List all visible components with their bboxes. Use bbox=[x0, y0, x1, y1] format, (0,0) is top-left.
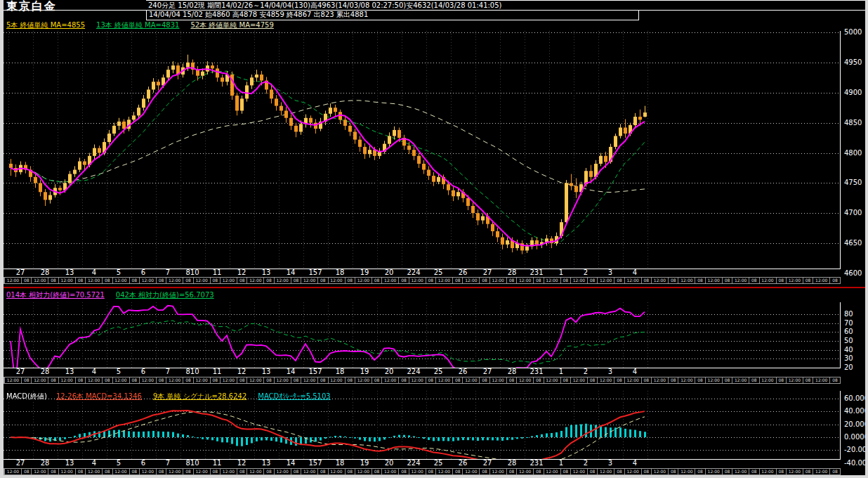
time-axis-cell: 08 bbox=[749, 469, 758, 474]
time-axis-cell: 08 bbox=[371, 278, 381, 283]
time-axis-cell: 12:00 bbox=[31, 278, 48, 283]
time-axis-cell: 12:00 bbox=[651, 469, 668, 474]
ma13-legend[interactable]: 13本 終値単純 MA=4831 bbox=[96, 21, 179, 29]
time-strip-macd: 12:000812:000812:000812:000812:000812:00… bbox=[4, 468, 841, 475]
x-axis-day-label: 2 bbox=[577, 368, 595, 375]
x-axis-day-label: 3 bbox=[601, 368, 619, 375]
rsi-axis-tick: 80 bbox=[844, 310, 853, 318]
x-axis-day-label: 25 bbox=[429, 269, 447, 276]
time-axis-cell: 08 bbox=[263, 377, 273, 383]
time-axis-cell: 12:00 bbox=[624, 278, 641, 283]
x-axis-day-label: 5 bbox=[110, 269, 128, 276]
x-axis-day-label: 157 bbox=[306, 368, 324, 375]
x-axis-day-label: 12 bbox=[232, 460, 251, 467]
time-axis-cell: 12:00 bbox=[220, 278, 237, 283]
time-axis-cell: 12:00 bbox=[516, 278, 533, 283]
rsi-legend-row: 014本 相対力(終値)=70.5721042本 相対力(終値)=56.7073 bbox=[6, 290, 225, 299]
x-axis-day-label: 28 bbox=[36, 368, 54, 375]
x-axis-day-label: 11 bbox=[208, 269, 226, 276]
time-axis-cell: 08 bbox=[102, 469, 112, 474]
time-axis-cell: 08 bbox=[560, 469, 570, 474]
price-axis-tick: 4650 bbox=[844, 239, 862, 247]
price-axis-tick: 4750 bbox=[844, 179, 862, 186]
x-axis-day-label: 20 bbox=[380, 269, 398, 276]
ma52-legend[interactable]: 52本 終値単純 MA=4759 bbox=[190, 21, 273, 29]
chart-app-window: 東京白金 240分足 15/02現 期間14/02/26～14/04/04(13… bbox=[0, 0, 868, 478]
x-axis-day-label: 4 bbox=[626, 368, 644, 375]
rsi-axis-tick: 70 bbox=[844, 319, 853, 327]
x-axis-day-label: 27 bbox=[478, 460, 497, 467]
price-axis-tick: 4700 bbox=[844, 209, 862, 217]
title-underline bbox=[4, 10, 146, 11]
time-axis-cell: 08 bbox=[317, 278, 327, 283]
time-axis-cell: 12:00 bbox=[759, 377, 776, 383]
time-axis-cell: 12:00 bbox=[58, 377, 75, 383]
x-axis-day-label: 13 bbox=[257, 368, 275, 375]
time-axis-cell: 08 bbox=[371, 469, 381, 474]
time-axis-cell: 12:00 bbox=[732, 377, 749, 383]
time-axis-cell: 08 bbox=[183, 377, 192, 383]
x-axis-day-label: 28 bbox=[503, 460, 521, 467]
time-axis-cell: 12:00 bbox=[85, 377, 102, 383]
time-axis-cell: 12:00 bbox=[544, 377, 560, 383]
time-axis-cell: 08 bbox=[803, 469, 813, 474]
time-axis-cell: 08 bbox=[129, 278, 139, 283]
time-axis-cell: 12:00 bbox=[597, 377, 614, 383]
x-axis-day-label: 13 bbox=[257, 460, 275, 467]
time-axis-cell: 12:00 bbox=[328, 278, 345, 283]
x-axis-day-label: 7 bbox=[159, 460, 177, 467]
x-axis-day-label: 28 bbox=[36, 460, 54, 467]
x-axis-day-label: 28 bbox=[36, 269, 54, 276]
x-axis-day-label: 12 bbox=[232, 269, 251, 276]
macd-signal-legend[interactable]: 9本 単純 シグナル=28.6242 bbox=[153, 392, 246, 400]
rsi-pane-canvas[interactable] bbox=[4, 302, 841, 368]
time-axis-cell: 12:00 bbox=[85, 278, 102, 283]
macd-line-legend[interactable]: 12-26本 MACD=34.1346 bbox=[56, 392, 142, 400]
time-axis-cell: 08 bbox=[183, 469, 192, 474]
macd-osc-legend[interactable]: MACDｵｼﾚｰﾀｰ=5.5103 bbox=[258, 392, 330, 400]
ma5-legend[interactable]: 5本 終値単純 MA=4855 bbox=[6, 21, 85, 29]
x-axis-day-label: 157 bbox=[306, 460, 324, 467]
rsi-axis-tick: 60 bbox=[844, 328, 853, 335]
time-axis-cell: 12:00 bbox=[705, 278, 722, 283]
price-axis-tick: 4850 bbox=[844, 119, 862, 127]
x-axis-day-label: 20 bbox=[380, 368, 398, 375]
rsi14-legend[interactable]: 014本 相対力(終値)=70.5721 bbox=[6, 291, 105, 299]
time-axis-cell: 12:00 bbox=[732, 278, 749, 283]
time-axis-cell: 08 bbox=[506, 469, 516, 474]
x-axis-day-label: 4 bbox=[85, 269, 103, 276]
time-axis-cell: 12:00 bbox=[274, 377, 291, 383]
time-axis-cell: 12:00 bbox=[544, 278, 560, 283]
time-axis-cell: 08 bbox=[479, 469, 489, 474]
time-axis-cell: 08 bbox=[263, 469, 273, 474]
time-axis-cell: 08 bbox=[345, 469, 355, 474]
time-axis-cell: 12:00 bbox=[544, 469, 560, 474]
time-axis-cell: 12:00 bbox=[328, 377, 345, 383]
time-axis-cell: 08 bbox=[210, 377, 220, 383]
time-axis-cell: 08 bbox=[829, 469, 839, 474]
x-axis-day-label: 13 bbox=[257, 269, 275, 276]
x-axis-day-label: 14 bbox=[282, 368, 300, 375]
macd-pane-canvas[interactable] bbox=[4, 391, 841, 460]
time-axis-cell: 08 bbox=[614, 377, 624, 383]
x-axis-day-label: 27 bbox=[11, 368, 29, 375]
rsi-axis-tick: 30 bbox=[844, 354, 853, 362]
time-axis-cell: 08 bbox=[156, 278, 166, 283]
rsi42-legend[interactable]: 042本 相対力(終値)=56.7073 bbox=[116, 291, 214, 299]
x-axis-day-label: 4 bbox=[85, 460, 103, 467]
time-axis-cell: 08 bbox=[398, 469, 408, 474]
time-axis-cell: 12:00 bbox=[355, 278, 371, 283]
time-axis-cell: 12:00 bbox=[489, 278, 506, 283]
price-pane-canvas[interactable] bbox=[4, 31, 841, 269]
time-axis-cell: 08 bbox=[21, 278, 31, 283]
time-axis-cell: 12:00 bbox=[31, 377, 48, 383]
x-axis-day-label: 25 bbox=[429, 460, 447, 467]
time-axis-cell: 12:00 bbox=[409, 469, 426, 474]
x-axis-days-rsi: 2728134567810111213141571819202242526272… bbox=[4, 368, 841, 376]
time-axis-cell: 12:00 bbox=[462, 278, 479, 283]
time-axis-cell: 08 bbox=[102, 278, 112, 283]
time-axis-cell: 12:00 bbox=[193, 278, 210, 283]
time-axis-cell: 12:00 bbox=[4, 469, 21, 474]
time-axis-cell: 08 bbox=[776, 278, 786, 283]
time-axis-cell: 08 bbox=[668, 278, 678, 283]
